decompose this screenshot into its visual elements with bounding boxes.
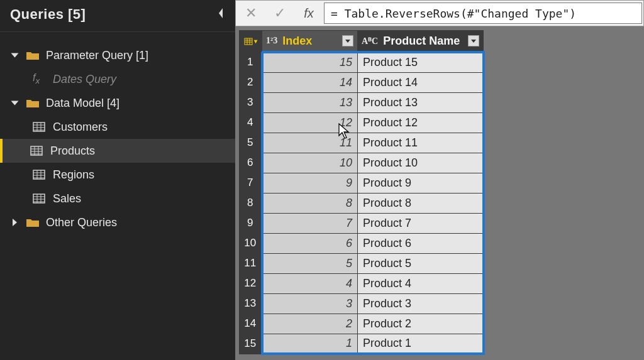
- cell-product-name[interactable]: Product 7: [358, 213, 484, 233]
- tree-group[interactable]: Data Model [4]: [0, 91, 235, 115]
- formula-commit-button[interactable]: ✓: [266, 2, 294, 25]
- tree-item-label: Regions: [53, 168, 94, 182]
- cell-product-name[interactable]: Product 11: [358, 133, 484, 153]
- table-row[interactable]: 142Product 2: [240, 314, 484, 334]
- table-icon: [33, 194, 47, 204]
- tree-group-label: Parameter Query [1]: [46, 49, 148, 62]
- table-row[interactable]: 313Product 13: [240, 92, 484, 112]
- cell-index[interactable]: 5: [262, 253, 358, 273]
- cell-product-name[interactable]: Product 9: [358, 173, 484, 193]
- cell-index[interactable]: 14: [262, 72, 358, 92]
- cell-index[interactable]: 15: [262, 52, 358, 72]
- cell-index[interactable]: 4: [262, 273, 358, 293]
- table-row[interactable]: 97Product 7: [240, 213, 484, 233]
- folder-icon: [26, 98, 40, 108]
- formula-bar: ✕ ✓ fx: [235, 0, 644, 26]
- svg-rect-24: [245, 38, 252, 45]
- cell-index[interactable]: 13: [262, 92, 358, 112]
- cell-product-name[interactable]: Product 12: [358, 112, 484, 133]
- row-number[interactable]: 10: [240, 233, 262, 253]
- tree-group[interactable]: Other Queries: [0, 210, 235, 234]
- tree-group-label: Other Queries: [46, 216, 117, 229]
- table-row[interactable]: 115Product 15: [240, 52, 484, 72]
- cell-index[interactable]: 6: [262, 233, 358, 253]
- queries-tree: Parameter Query [1]fxDates QueryData Mod…: [0, 32, 235, 234]
- row-number[interactable]: 2: [240, 72, 262, 92]
- row-number[interactable]: 14: [240, 314, 262, 334]
- cell-index[interactable]: 11: [262, 133, 358, 153]
- table-row[interactable]: 106Product 6: [240, 233, 484, 253]
- formula-input[interactable]: [324, 3, 642, 24]
- row-number[interactable]: 11: [240, 253, 262, 273]
- tree-item-label: Products: [50, 145, 95, 158]
- cell-product-name[interactable]: Product 10: [358, 153, 484, 173]
- filter-dropdown-button[interactable]: [342, 35, 353, 46]
- select-all-corner[interactable]: ▾: [240, 31, 262, 53]
- column-header-label: Index: [282, 35, 337, 48]
- table-icon: [30, 146, 44, 156]
- row-number[interactable]: 8: [240, 193, 262, 213]
- row-number[interactable]: 5: [240, 133, 262, 153]
- table-row[interactable]: 88Product 8: [240, 193, 484, 213]
- table-row[interactable]: 511Product 11: [240, 133, 484, 153]
- sidebar-title: Queries [5]: [10, 6, 86, 23]
- main-area: ✕ ✓ fx ▾1²3IndexAᴮCProduct Name115Produc…: [235, 0, 644, 360]
- table-row[interactable]: 412Product 12: [240, 112, 484, 133]
- tree-group[interactable]: Parameter Query [1]: [0, 43, 235, 67]
- cell-product-name[interactable]: Product 2: [358, 314, 484, 334]
- table-row[interactable]: 133Product 3: [240, 293, 484, 314]
- row-number[interactable]: 3: [240, 92, 262, 112]
- row-number[interactable]: 4: [240, 112, 262, 133]
- row-number[interactable]: 12: [240, 273, 262, 293]
- data-grid[interactable]: ▾1²3IndexAᴮCProduct Name115Product 15214…: [239, 30, 485, 355]
- filter-dropdown-button[interactable]: [468, 35, 479, 46]
- cell-index[interactable]: 2: [262, 314, 358, 334]
- row-number[interactable]: 13: [240, 293, 262, 314]
- chevron-down-icon: [13, 219, 17, 226]
- cell-index[interactable]: 12: [262, 112, 358, 133]
- column-header[interactable]: 1²3Index: [262, 31, 358, 53]
- cell-index[interactable]: 9: [262, 173, 358, 193]
- collapse-sidebar-button[interactable]: [216, 7, 225, 22]
- cell-product-name[interactable]: Product 4: [358, 273, 484, 293]
- row-number[interactable]: 9: [240, 213, 262, 233]
- tree-item[interactable]: Products: [0, 139, 235, 163]
- cell-product-name[interactable]: Product 8: [358, 193, 484, 213]
- cell-product-name[interactable]: Product 14: [358, 72, 484, 92]
- cell-index[interactable]: 3: [262, 293, 358, 314]
- queries-sidebar: Queries [5] Parameter Query [1]fxDates Q…: [0, 0, 235, 360]
- tree-item[interactable]: Regions: [0, 163, 235, 187]
- row-number[interactable]: 6: [240, 153, 262, 173]
- cell-product-name[interactable]: Product 15: [358, 52, 484, 72]
- fx-icon: fx: [295, 6, 323, 21]
- table-row[interactable]: 151Product 1: [240, 334, 484, 354]
- table-row[interactable]: 115Product 5: [240, 253, 484, 273]
- cell-product-name[interactable]: Product 13: [358, 92, 484, 112]
- cell-index[interactable]: 1: [262, 334, 358, 354]
- cell-product-name[interactable]: Product 1: [358, 334, 484, 354]
- datatype-icon[interactable]: 1²3: [266, 36, 277, 46]
- datatype-icon[interactable]: AᴮC: [362, 36, 378, 46]
- row-number[interactable]: 1: [240, 52, 262, 72]
- sidebar-header: Queries [5]: [0, 0, 235, 32]
- table-row[interactable]: 79Product 9: [240, 173, 484, 193]
- tree-item[interactable]: Sales: [0, 187, 235, 210]
- chevron-down-icon: [11, 53, 19, 58]
- table-icon: [33, 122, 47, 132]
- table-row[interactable]: 610Product 10: [240, 153, 484, 173]
- tree-item-label: Sales: [53, 192, 81, 205]
- tree-item[interactable]: fxDates Query: [0, 67, 235, 91]
- cell-product-name[interactable]: Product 6: [358, 233, 484, 253]
- column-header[interactable]: AᴮCProduct Name: [358, 31, 484, 53]
- cell-index[interactable]: 8: [262, 193, 358, 213]
- formula-cancel-button[interactable]: ✕: [237, 2, 265, 25]
- cell-product-name[interactable]: Product 5: [358, 253, 484, 273]
- cell-index[interactable]: 7: [262, 213, 358, 233]
- row-number[interactable]: 15: [240, 334, 262, 354]
- tree-item[interactable]: Customers: [0, 115, 235, 139]
- cell-product-name[interactable]: Product 3: [358, 293, 484, 314]
- row-number[interactable]: 7: [240, 173, 262, 193]
- cell-index[interactable]: 10: [262, 153, 358, 173]
- table-row[interactable]: 124Product 4: [240, 273, 484, 293]
- table-row[interactable]: 214Product 14: [240, 72, 484, 92]
